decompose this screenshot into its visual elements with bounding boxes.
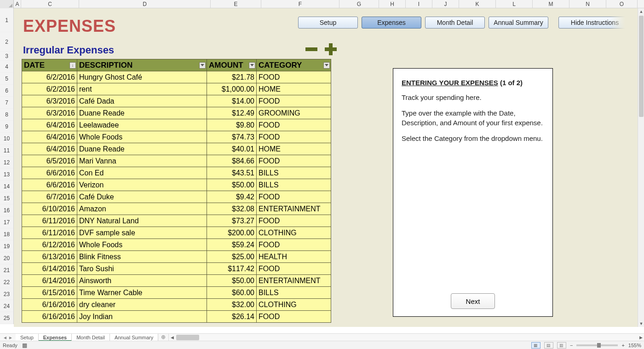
- cell-date[interactable]: 6/6/2016: [22, 179, 77, 191]
- cell-desc[interactable]: Con Ed: [77, 167, 207, 179]
- row-header-18[interactable]: 18: [0, 228, 13, 240]
- row-header-17[interactable]: 17: [0, 216, 13, 228]
- filter-icon[interactable]: [249, 62, 255, 69]
- row-header-22[interactable]: 22: [0, 276, 13, 288]
- col-header-I[interactable]: I: [406, 0, 432, 8]
- table-row[interactable]: 6/3/2016Duane Reade$12.49GROOMING: [22, 107, 331, 119]
- row-header-16[interactable]: 16: [0, 204, 13, 216]
- col-header-E[interactable]: E: [211, 0, 261, 8]
- cell-amount[interactable]: $26.14: [207, 311, 257, 323]
- sheet-tab-month-detail[interactable]: Month Detail: [72, 334, 110, 341]
- sheet-tab-setup[interactable]: Setup: [16, 334, 39, 341]
- cell-cat[interactable]: HOME: [257, 143, 331, 155]
- row-header-9[interactable]: 9: [0, 121, 13, 133]
- table-row[interactable]: 6/6/2016Verizon$50.00BILLS: [22, 179, 331, 191]
- cell-cat[interactable]: FOOD: [257, 191, 331, 203]
- cell-date[interactable]: 6/15/2016: [22, 287, 77, 299]
- table-row[interactable]: 6/4/2016Leelawadee$9.80FOOD: [22, 119, 331, 131]
- add-sheet-icon[interactable]: ⊕: [158, 334, 168, 341]
- cell-amount[interactable]: $9.42: [207, 191, 257, 203]
- cell-desc[interactable]: Blink Fitness: [77, 251, 207, 263]
- cell-cat[interactable]: CLOTHING: [257, 227, 331, 239]
- col-header-category[interactable]: CATEGORY: [257, 59, 331, 71]
- vertical-scrollbar[interactable]: ▲ ▼: [638, 8, 644, 327]
- cell-desc[interactable]: Duane Reade: [77, 143, 207, 155]
- cell-amount[interactable]: $32.00: [207, 299, 257, 311]
- cell-amount[interactable]: $32.08: [207, 203, 257, 215]
- cell-desc[interactable]: Taro Sushi: [77, 263, 207, 275]
- cell-amount[interactable]: $9.80: [207, 119, 257, 131]
- scroll-left-icon[interactable]: ◀: [169, 334, 175, 341]
- cell-date[interactable]: 6/14/2016: [22, 263, 77, 275]
- col-header-D[interactable]: D: [79, 0, 211, 8]
- cell-cat[interactable]: ENTERTAINMENT: [257, 275, 331, 287]
- cell-date[interactable]: 6/4/2016: [22, 131, 77, 143]
- cell-date[interactable]: 6/4/2016: [22, 143, 77, 155]
- cell-desc[interactable]: Hungry Ghost Café: [77, 71, 207, 83]
- nav-month-detail-button[interactable]: Month Detail: [425, 17, 485, 29]
- row-header-13[interactable]: 13: [0, 169, 13, 180]
- minus-icon[interactable]: [304, 41, 319, 57]
- row-header-14[interactable]: 14: [0, 180, 13, 192]
- table-row[interactable]: 6/16/2016dry cleaner$32.00CLOTHING: [22, 299, 331, 311]
- cell-cat[interactable]: BILLS: [257, 179, 331, 191]
- cell-date[interactable]: 6/5/2016: [22, 155, 77, 167]
- col-header-C[interactable]: C: [21, 0, 79, 8]
- cell-desc[interactable]: Joy Indian: [77, 311, 207, 323]
- cell-cat[interactable]: FOOD: [257, 311, 331, 323]
- cell-date[interactable]: 6/4/2016: [22, 119, 77, 131]
- cell-desc[interactable]: Mari Vanna: [77, 155, 207, 167]
- row-header-4[interactable]: 4: [0, 61, 13, 73]
- cell-amount[interactable]: $59.24: [207, 239, 257, 251]
- cell-date[interactable]: 6/7/2016: [22, 191, 77, 203]
- scroll-down-icon[interactable]: ▼: [638, 320, 644, 327]
- scroll-thumb[interactable]: [639, 16, 644, 117]
- cell-desc[interactable]: Verizon: [77, 179, 207, 191]
- row-header-3[interactable]: 3: [0, 52, 13, 61]
- row-header-7[interactable]: 7: [0, 97, 13, 109]
- view-page-layout-icon[interactable]: ▤: [544, 342, 553, 349]
- macro-record-icon[interactable]: ▦: [22, 342, 27, 349]
- cell-date[interactable]: 6/6/2016: [22, 167, 77, 179]
- row-header-5[interactable]: 5: [0, 73, 13, 85]
- cell-cat[interactable]: FOOD: [257, 239, 331, 251]
- cell-desc[interactable]: Ainsworth: [77, 275, 207, 287]
- col-header-J[interactable]: J: [432, 0, 459, 8]
- table-row[interactable]: 6/15/2016Time Warner Cable$60.00BILLS: [22, 287, 331, 299]
- cell-amount[interactable]: $14.00: [207, 95, 257, 107]
- cell-amount[interactable]: $200.00: [207, 227, 257, 239]
- zoom-slider[interactable]: [576, 344, 618, 346]
- row-header-20[interactable]: 20: [0, 252, 13, 264]
- col-header-H[interactable]: H: [379, 0, 406, 8]
- cell-amount[interactable]: $43.51: [207, 167, 257, 179]
- col-header-date[interactable]: DATE: [22, 59, 77, 71]
- row-header-6[interactable]: 6: [0, 85, 13, 97]
- cell-date[interactable]: 6/14/2016: [22, 275, 77, 287]
- cell-cat[interactable]: FOOD: [257, 131, 331, 143]
- cell-date[interactable]: 6/11/2016: [22, 215, 77, 227]
- cell-desc[interactable]: Duane Reade: [77, 107, 207, 119]
- cell-cat[interactable]: CLOTHING: [257, 299, 331, 311]
- row-header-11[interactable]: 11: [0, 145, 13, 157]
- cell-amount[interactable]: $73.27: [207, 215, 257, 227]
- filter-icon[interactable]: [199, 62, 206, 69]
- cell-cat[interactable]: HEALTH: [257, 251, 331, 263]
- row-header-25[interactable]: 25: [0, 312, 13, 324]
- cell-desc[interactable]: Leelawadee: [77, 119, 207, 131]
- scroll-right-icon[interactable]: ▶: [638, 334, 644, 341]
- cell-date[interactable]: 6/10/2016: [22, 203, 77, 215]
- sheet-tab-annual-summary[interactable]: Annual Summary: [110, 334, 158, 341]
- cell-cat[interactable]: HOME: [257, 83, 331, 95]
- cell-date[interactable]: 6/16/2016: [22, 299, 77, 311]
- table-row[interactable]: 6/7/2016Café Duke$9.42FOOD: [22, 191, 331, 203]
- view-normal-icon[interactable]: ▦: [531, 342, 540, 349]
- cell-cat[interactable]: FOOD: [257, 215, 331, 227]
- col-header-L[interactable]: L: [496, 0, 533, 8]
- nav-annual-summary-button[interactable]: Annual Summary: [489, 17, 548, 29]
- col-header-F[interactable]: F: [261, 0, 339, 8]
- cell-date[interactable]: 6/3/2016: [22, 95, 77, 107]
- col-header-O[interactable]: O: [606, 0, 638, 8]
- row-header-23[interactable]: 23: [0, 288, 13, 300]
- cell-desc[interactable]: Time Warner Cable: [77, 287, 207, 299]
- cell-date[interactable]: 6/13/2016: [22, 251, 77, 263]
